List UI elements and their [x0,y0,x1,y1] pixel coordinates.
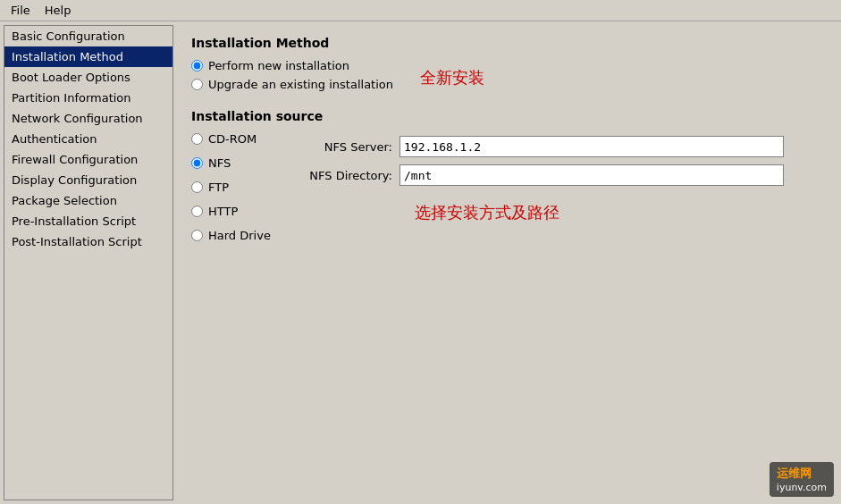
main-container: Basic Configuration Installation Method … [0,21,841,504]
annotation-new-install: 全新安装 [420,67,484,88]
sidebar-item-package-selection[interactable]: Package Selection [4,190,172,211]
radio-upgrade-install[interactable] [191,79,203,90]
nfs-server-input[interactable] [399,136,784,157]
radio-harddrive[interactable] [191,230,203,241]
installation-source-title: Installation source [191,109,823,123]
sidebar-item-network-configuration[interactable]: Network Configuration [4,108,172,129]
install-source-section: Installation source CD-ROM NFS FTP [191,109,823,248]
radio-http[interactable] [191,206,203,217]
nfs-server-label: NFS Server: [299,140,392,154]
watermark-title: 运维网 [777,466,827,482]
menubar: File Help [0,0,841,21]
radio-row-http: HTTP [191,205,281,218]
radio-row-upgrade: Upgrade an existing installation [191,78,393,91]
watermark-url: iyunv.com [777,482,827,493]
sidebar-item-firewall-configuration[interactable]: Firewall Configuration [4,149,172,170]
label-upgrade-install: Upgrade an existing installation [208,78,393,91]
radio-row-new-install: Perform new installation [191,59,393,72]
menu-file[interactable]: File [4,2,38,19]
sidebar-item-display-configuration[interactable]: Display Configuration [4,170,172,190]
nfs-directory-row: NFS Directory: [299,164,784,186]
watermark: 运维网 iyunv.com [770,462,834,497]
label-harddrive: Hard Drive [208,229,271,242]
label-cdrom: CD-ROM [208,132,257,146]
label-http: HTTP [208,205,238,218]
sidebar: Basic Configuration Installation Method … [4,25,173,500]
sidebar-item-partition-information[interactable]: Partition Information [4,88,172,108]
sidebar-item-basic-configuration[interactable]: Basic Configuration [4,26,172,46]
sidebar-item-post-installation-script[interactable]: Post-Installation Script [4,231,172,252]
installation-method-options: Perform new installation Upgrade an exis… [191,59,393,97]
nfs-directory-input[interactable] [399,164,784,186]
radio-row-ftp: FTP [191,181,281,194]
radio-cdrom[interactable] [191,133,203,145]
radio-nfs[interactable] [191,157,203,169]
nfs-directory-label: NFS Directory: [299,169,392,182]
radio-ftp[interactable] [191,181,203,193]
content-area: Installation Method Perform new installa… [177,25,837,500]
label-new-install: Perform new installation [208,59,349,72]
source-fields: NFS Server: NFS Directory: 选择安装方式及路径 [299,136,784,248]
install-method-row: Perform new installation Upgrade an exis… [191,59,823,97]
source-layout: CD-ROM NFS FTP HTTP [191,132,823,248]
sidebar-item-authentication[interactable]: Authentication [4,129,172,149]
radio-new-install[interactable] [191,60,203,71]
radio-row-harddrive: Hard Drive [191,229,281,242]
sidebar-item-boot-loader-options[interactable]: Boot Loader Options [4,67,172,88]
menu-help[interactable]: Help [38,2,79,19]
installation-method-title: Installation Method [191,36,823,50]
source-radios: CD-ROM NFS FTP HTTP [191,132,281,248]
sidebar-item-pre-installation-script[interactable]: Pre-Installation Script [4,211,172,231]
nfs-server-row: NFS Server: [299,136,784,157]
label-ftp: FTP [208,181,229,194]
radio-row-cdrom: CD-ROM [191,132,281,146]
label-nfs: NFS [208,156,231,170]
radio-row-nfs: NFS [191,156,281,170]
annotation-install-source: 选择安装方式及路径 [415,202,784,223]
sidebar-item-installation-method[interactable]: Installation Method [4,46,172,67]
